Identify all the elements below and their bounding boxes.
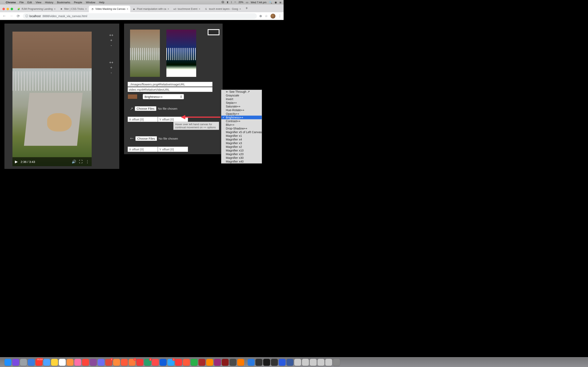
plus-button[interactable]: + bbox=[107, 65, 115, 70]
macos-menubar: Chrome File Edit View History Bookmarks … bbox=[0, 0, 284, 4]
tab-close-icon[interactable]: × bbox=[54, 7, 56, 11]
x-offset-input-1[interactable] bbox=[128, 117, 158, 122]
tab-close-icon[interactable]: × bbox=[127, 7, 128, 11]
tab-close-icon[interactable]: × bbox=[167, 7, 169, 11]
browser-tab[interactable]: ✱filter | CSS-Tricks× bbox=[58, 6, 89, 12]
play-button-icon[interactable]: ▶ bbox=[15, 159, 18, 164]
status-icon[interactable]: Ⓜ bbox=[222, 0, 224, 4]
tab-favicon-icon: 🧩 bbox=[17, 7, 20, 11]
color-swatch-box[interactable] bbox=[208, 29, 219, 35]
tab-title: touch event layerx - Goog bbox=[209, 8, 238, 10]
annotation-arrow-line bbox=[184, 117, 221, 118]
dropdown-item[interactable]: Contrast++ bbox=[221, 119, 262, 123]
clock[interactable]: Wed 7:44 pm bbox=[251, 1, 267, 4]
dropdown-item[interactable]: Opacity++ bbox=[221, 112, 262, 116]
zoom-window-button[interactable] bbox=[11, 8, 13, 10]
plus-button[interactable]: + bbox=[107, 38, 115, 43]
screencast-icon[interactable]: ⟟ bbox=[231, 1, 232, 4]
tab-favicon-icon: ✱ bbox=[60, 7, 63, 11]
menu-bookmarks[interactable]: Bookmarks bbox=[57, 1, 70, 4]
right-canvas-thumb[interactable] bbox=[166, 30, 196, 77]
address-bar[interactable]: ⓘ localhost:8888/video_mask_via_canvas.h… bbox=[23, 13, 257, 19]
back-button[interactable]: ← bbox=[2, 14, 7, 18]
video-url-input[interactable] bbox=[128, 87, 213, 92]
dropdown-item[interactable]: Saturate++ bbox=[221, 105, 262, 108]
dropdown-item[interactable]: Sepia++ bbox=[221, 101, 262, 105]
dropdown-item[interactable]: Invert bbox=[221, 97, 262, 101]
choose-files-button[interactable]: Choose Files bbox=[135, 136, 157, 141]
tab-favicon-icon: G bbox=[204, 7, 208, 11]
dropdown-item[interactable]: Magnifier x4 bbox=[221, 138, 262, 141]
wifi-icon[interactable]: ⌔ bbox=[234, 1, 236, 4]
dropdown-item[interactable]: Grayscale bbox=[221, 94, 262, 97]
dropdown-item[interactable]: Magnifier x20 bbox=[221, 152, 262, 156]
app-name[interactable]: Chrome bbox=[6, 1, 16, 4]
plusplus-button[interactable]: ++ bbox=[107, 60, 115, 65]
browser-tab[interactable]: ◆Pixel manipulation with ca× bbox=[130, 6, 171, 12]
reload-button[interactable]: ⟳ bbox=[16, 14, 20, 18]
dropdown-item[interactable]: Drop-Shadow++ bbox=[221, 127, 262, 130]
video-more-icon[interactable]: ⋮ bbox=[86, 159, 89, 164]
arrow-left-icon: 🡐 bbox=[130, 136, 134, 141]
site-info-icon[interactable]: ⓘ bbox=[25, 14, 28, 18]
video-time: 2:36 / 3:43 bbox=[21, 160, 35, 164]
dropdown-item[interactable]: Magnifier x5 of Left Canvas bbox=[221, 130, 262, 134]
menu-window[interactable]: Window bbox=[86, 1, 95, 4]
fullscreen-icon[interactable]: ⛶ bbox=[79, 160, 83, 164]
video-player[interactable]: ▶ 2:36 / 3:43 🔊 ⛶ ⋮ bbox=[12, 32, 92, 166]
siri-icon[interactable]: ◉ bbox=[275, 1, 277, 4]
notification-center-icon[interactable]: ≣ bbox=[279, 1, 282, 4]
browser-tab[interactable]: 🧩RJM Programming Landing× bbox=[15, 6, 58, 12]
page-content: ▶ 2:36 / 3:43 🔊 ⛶ ⋮ ++ + - ++ + - bbox=[0, 20, 284, 167]
x-offset-input-2[interactable] bbox=[128, 147, 158, 152]
color-picker-swatch[interactable] bbox=[128, 94, 138, 99]
browser-tab[interactable]: w3touchmove Event× bbox=[171, 6, 202, 12]
close-window-button[interactable] bbox=[2, 8, 5, 10]
minimize-window-button[interactable] bbox=[7, 8, 9, 10]
filter-dropdown-menu[interactable]: ⇐ See Through ↗GrayscaleInvertSepia++Sat… bbox=[221, 90, 262, 164]
choose-files-button[interactable]: Choose Files bbox=[135, 106, 156, 111]
minus-button[interactable]: - bbox=[107, 43, 115, 48]
profile-avatar[interactable] bbox=[270, 14, 276, 18]
forward-button[interactable]: → bbox=[9, 14, 13, 18]
menu-view[interactable]: View bbox=[35, 1, 41, 4]
menu-help[interactable]: Help bbox=[99, 1, 104, 4]
browser-tab[interactable]: Gtouch event layerx - Goog× bbox=[202, 6, 243, 12]
image-url-input[interactable] bbox=[128, 82, 213, 87]
dropdown-item[interactable]: Magnifier x3 bbox=[221, 141, 262, 145]
tab-close-icon[interactable]: × bbox=[199, 7, 200, 11]
status-icon[interactable]: ⧗ bbox=[227, 1, 228, 4]
menu-history[interactable]: History bbox=[45, 1, 53, 4]
spotlight-icon[interactable]: 🔍 bbox=[269, 1, 272, 4]
dropdown-item[interactable]: ⇐ See Through ↗ bbox=[221, 90, 262, 94]
tab-close-icon[interactable]: × bbox=[239, 7, 241, 11]
dropdown-item[interactable]: Magnifier x1 bbox=[221, 134, 262, 138]
minus-button[interactable]: - bbox=[107, 70, 115, 75]
battery-icon[interactable]: ▭ bbox=[246, 1, 248, 4]
video-controls: ▶ 2:36 / 3:43 🔊 ⛶ ⋮ bbox=[12, 157, 92, 166]
dropdown-item[interactable]: Hue-Rotate++ bbox=[221, 108, 262, 112]
dropdown-item[interactable]: Brightness++ bbox=[221, 116, 262, 119]
new-tab-button[interactable]: + bbox=[243, 6, 250, 12]
chrome-menu-icon[interactable]: ⋮ bbox=[278, 14, 282, 18]
tab-close-icon[interactable]: × bbox=[85, 7, 87, 11]
plusplus-button[interactable]: ++ bbox=[107, 33, 115, 38]
tab-favicon-icon: ◆ bbox=[132, 7, 136, 11]
bookmark-star-icon[interactable]: ☆ bbox=[265, 14, 268, 18]
left-canvas-thumb[interactable] bbox=[130, 30, 160, 77]
menu-edit[interactable]: Edit bbox=[27, 1, 32, 4]
dropdown-item[interactable]: Magnifier x2 bbox=[221, 145, 262, 149]
dropdown-item[interactable]: Magnifier x40 bbox=[221, 160, 262, 163]
menu-people[interactable]: People bbox=[74, 1, 82, 4]
dropdown-item[interactable]: Magnifier x10 bbox=[221, 149, 262, 152]
dropdown-item[interactable]: Magnifier x30 bbox=[221, 156, 262, 160]
browser-tab[interactable]: ◔Video Masking via Canvas× bbox=[89, 6, 130, 12]
dropdown-item[interactable]: Blur++ bbox=[221, 123, 262, 127]
size-controls-1: ++ + - bbox=[107, 33, 115, 48]
filter-select[interactable]: Brightness++ ▲▼ bbox=[143, 94, 184, 99]
y-offset-input-2[interactable] bbox=[158, 147, 188, 152]
menu-file[interactable]: File bbox=[19, 1, 24, 4]
volume-icon[interactable]: 🔊 bbox=[72, 159, 76, 164]
zoom-icon[interactable]: ⊕ bbox=[259, 14, 262, 18]
browser-toolbar: ← → ⟳ ⓘ localhost:8888/video_mask_via_ca… bbox=[0, 12, 284, 20]
